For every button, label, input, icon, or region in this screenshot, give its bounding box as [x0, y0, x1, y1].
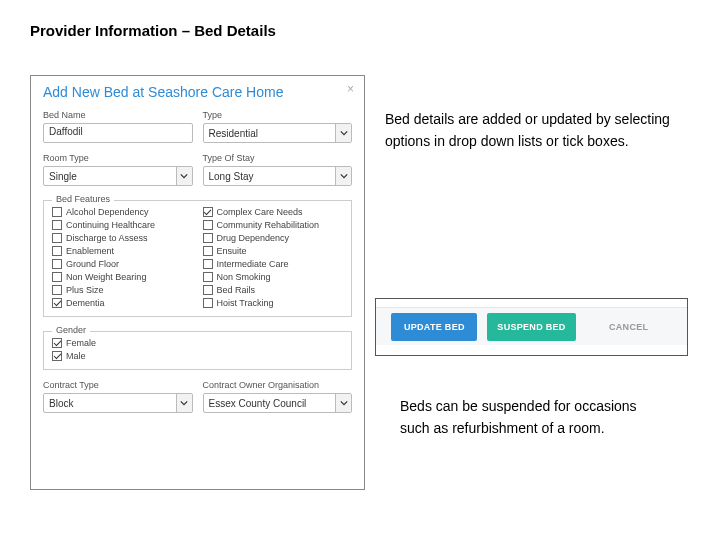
feature-checkbox-item[interactable]: Drug Dependency — [203, 233, 344, 243]
feature-checkbox-item[interactable]: Plus Size — [52, 285, 193, 295]
stay-type-select[interactable]: Long Stay — [203, 166, 353, 186]
feature-label: Intermediate Care — [217, 259, 289, 269]
feature-checkbox-item[interactable]: Intermediate Care — [203, 259, 344, 269]
feature-label: Ground Floor — [66, 259, 119, 269]
feature-checkbox-item[interactable]: Complex Care Needs — [203, 207, 344, 217]
modal-title: Add New Bed at Seashore Care Home — [43, 84, 352, 100]
feature-checkbox-item[interactable]: Non Weight Bearing — [52, 272, 193, 282]
checkbox-icon[interactable] — [52, 220, 62, 230]
feature-label: Discharge to Assess — [66, 233, 148, 243]
feature-checkbox-item[interactable]: Enablement — [52, 246, 193, 256]
bed-name-input[interactable]: Daffodil — [43, 123, 193, 143]
stay-type-field: Type Of Stay Long Stay — [203, 153, 353, 186]
checkbox-icon[interactable] — [52, 285, 62, 295]
checkbox-icon[interactable] — [52, 233, 62, 243]
chevron-down-icon — [335, 167, 351, 185]
stay-type-label: Type Of Stay — [203, 153, 353, 163]
checkbox-icon[interactable] — [52, 259, 62, 269]
feature-checkbox-item[interactable]: Alcohol Dependency — [52, 207, 193, 217]
checkbox-icon[interactable] — [52, 298, 62, 308]
checkbox-icon[interactable] — [203, 272, 213, 282]
close-icon[interactable]: × — [347, 82, 354, 96]
feature-checkbox-item[interactable]: Hoist Tracking — [203, 298, 344, 308]
checkbox-icon[interactable] — [52, 207, 62, 217]
page-title: Provider Information – Bed Details — [0, 0, 720, 39]
stay-type-value: Long Stay — [209, 171, 254, 182]
chevron-down-icon — [335, 394, 351, 412]
chevron-down-icon — [176, 167, 192, 185]
gender-fieldset: Gender FemaleMale — [43, 331, 352, 370]
gender-label: Male — [66, 351, 86, 361]
owner-label: Contract Owner Organisation — [203, 380, 353, 390]
bed-features-legend: Bed Features — [52, 194, 114, 204]
suspend-bed-button[interactable]: SUSPEND BED — [487, 313, 575, 341]
feature-checkbox-item[interactable]: Non Smoking — [203, 272, 344, 282]
contract-type-value: Block — [49, 398, 73, 409]
chevron-down-icon — [176, 394, 192, 412]
feature-label: Non Smoking — [217, 272, 271, 282]
type-label: Type — [203, 110, 353, 120]
contract-type-field: Contract Type Block — [43, 380, 193, 413]
room-type-label: Room Type — [43, 153, 193, 163]
owner-select[interactable]: Essex County Council — [203, 393, 353, 413]
contract-type-label: Contract Type — [43, 380, 193, 390]
gender-checkbox-item[interactable]: Male — [52, 351, 343, 361]
checkbox-icon[interactable] — [203, 298, 213, 308]
feature-label: Complex Care Needs — [217, 207, 303, 217]
feature-label: Non Weight Bearing — [66, 272, 146, 282]
chevron-down-icon — [335, 124, 351, 142]
feature-checkbox-item[interactable]: Bed Rails — [203, 285, 344, 295]
feature-checkbox-item[interactable]: Ensuite — [203, 246, 344, 256]
bed-features-fieldset: Bed Features Alcohol DependencyComplex C… — [43, 200, 352, 317]
bed-name-label: Bed Name — [43, 110, 193, 120]
checkbox-icon[interactable] — [203, 246, 213, 256]
checkbox-icon[interactable] — [52, 351, 62, 361]
action-button-bar: UPDATE BED SUSPEND BED CANCEL — [375, 298, 688, 356]
feature-label: Hoist Tracking — [217, 298, 274, 308]
contract-type-select[interactable]: Block — [43, 393, 193, 413]
gender-checkbox-item[interactable]: Female — [52, 338, 343, 348]
feature-label: Ensuite — [217, 246, 247, 256]
feature-label: Bed Rails — [217, 285, 256, 295]
annotation-top: Bed details are added or updated by sele… — [385, 108, 685, 153]
feature-checkbox-item[interactable]: Discharge to Assess — [52, 233, 193, 243]
feature-label: Enablement — [66, 246, 114, 256]
room-type-field: Room Type Single — [43, 153, 193, 186]
checkbox-icon[interactable] — [52, 338, 62, 348]
feature-label: Plus Size — [66, 285, 104, 295]
room-type-select[interactable]: Single — [43, 166, 193, 186]
type-select[interactable]: Residential — [203, 123, 353, 143]
feature-checkbox-item[interactable]: Continuing Healthcare — [52, 220, 193, 230]
checkbox-icon[interactable] — [203, 259, 213, 269]
cancel-button[interactable]: CANCEL — [586, 313, 672, 341]
owner-value: Essex County Council — [209, 398, 307, 409]
checkbox-icon[interactable] — [203, 285, 213, 295]
feature-checkbox-item[interactable]: Ground Floor — [52, 259, 193, 269]
update-bed-button[interactable]: UPDATE BED — [391, 313, 477, 341]
checkbox-icon[interactable] — [203, 220, 213, 230]
type-value: Residential — [209, 128, 258, 139]
feature-checkbox-item[interactable]: Community Rehabilitation — [203, 220, 344, 230]
add-bed-modal: × Add New Bed at Seashore Care Home Bed … — [30, 75, 365, 490]
gender-label: Female — [66, 338, 96, 348]
feature-label: Dementia — [66, 298, 105, 308]
feature-checkbox-item[interactable]: Dementia — [52, 298, 193, 308]
gender-legend: Gender — [52, 325, 90, 335]
checkbox-icon[interactable] — [52, 272, 62, 282]
feature-label: Drug Dependency — [217, 233, 290, 243]
owner-field: Contract Owner Organisation Essex County… — [203, 380, 353, 413]
type-field: Type Residential — [203, 110, 353, 143]
feature-label: Alcohol Dependency — [66, 207, 149, 217]
checkbox-icon[interactable] — [203, 207, 213, 217]
checkbox-icon[interactable] — [203, 233, 213, 243]
room-type-value: Single — [49, 171, 77, 182]
bed-name-field: Bed Name Daffodil — [43, 110, 193, 143]
feature-label: Continuing Healthcare — [66, 220, 155, 230]
feature-label: Community Rehabilitation — [217, 220, 320, 230]
annotation-bottom: Beds can be suspended for occasions such… — [400, 395, 660, 440]
checkbox-icon[interactable] — [52, 246, 62, 256]
